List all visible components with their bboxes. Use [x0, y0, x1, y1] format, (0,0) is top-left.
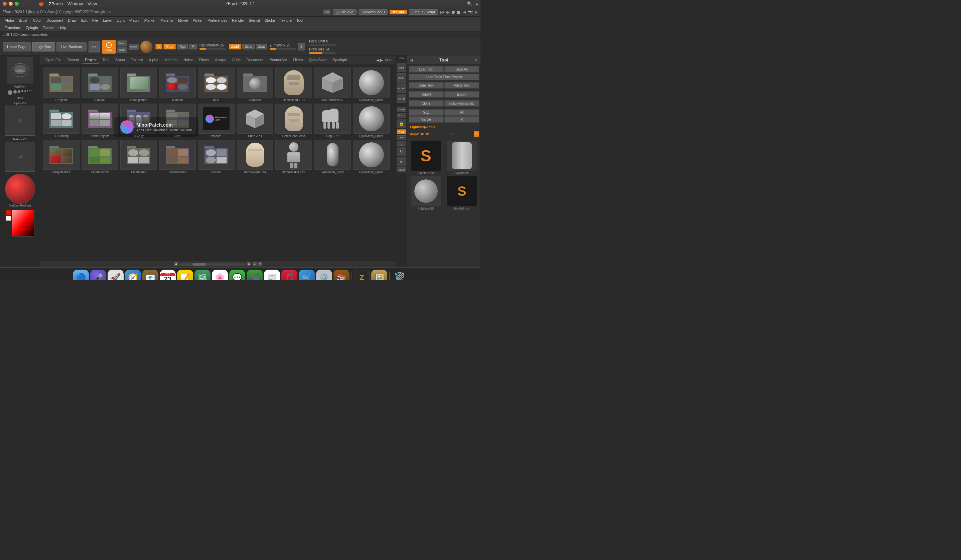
brush-preview[interactable]	[7, 57, 34, 83]
simplebr-r-button[interactable]: R	[474, 131, 479, 136]
scroll-view-button[interactable]: Scroll	[397, 63, 406, 72]
tab-fibers[interactable]: Fibers	[196, 57, 212, 64]
thumb-nanomeshes[interactable]	[159, 140, 196, 170]
view-menu[interactable]: View	[88, 2, 97, 6]
list-item[interactable]: 3D Printing	[43, 104, 80, 138]
frame-button[interactable]: Frame	[397, 167, 406, 172]
tab-spotlight[interactable]: Spotlight	[330, 57, 350, 64]
tab-brush[interactable]: Brush	[112, 57, 128, 64]
background-color[interactable]	[6, 215, 11, 221]
list-item[interactable]: FiberMeshes	[82, 140, 118, 174]
menu-color[interactable]: Color	[31, 18, 44, 23]
thumb-dynamesh-capsule[interactable]	[314, 140, 351, 170]
list-item[interactable]: DynaMesh_Spher	[353, 104, 390, 138]
thumb-zeezoo[interactable]	[198, 140, 235, 170]
xyz-button[interactable]: XYZ	[397, 129, 406, 134]
lsym-button[interactable]: L.Sym	[397, 135, 406, 140]
menu-help[interactable]: Help	[56, 25, 68, 30]
list-item[interactable]: Jewelry	[120, 104, 157, 138]
material-preview[interactable]	[140, 40, 153, 53]
tab-material[interactable]: Material	[162, 57, 180, 64]
texture-preview[interactable]: Off	[5, 142, 35, 172]
thumb-jewelry[interactable]	[120, 104, 157, 134]
dock-preview[interactable]: 🖼️	[371, 270, 387, 280]
thumb-wacom[interactable]: MinorPatch.com	[198, 104, 235, 134]
zsub-toggle[interactable]: Zsub	[242, 44, 254, 50]
scroll-track[interactable]	[179, 263, 246, 266]
list-item[interactable]: NanoMeshes	[159, 140, 196, 174]
dock-calendar[interactable]: FEB 23	[160, 270, 176, 280]
thumb-npr[interactable]	[198, 67, 235, 98]
tab-document[interactable]: Document	[244, 57, 266, 64]
move-button[interactable]: Move	[117, 40, 127, 47]
scroll-left-icon[interactable]: ◀	[174, 262, 178, 266]
thumb-headplanes[interactable]	[120, 67, 157, 98]
menu-icon[interactable]: ≡	[476, 2, 478, 6]
close-button[interactable]	[3, 2, 7, 6]
edit-button[interactable]: Edit	[88, 41, 100, 53]
menus-button[interactable]: Menus	[390, 10, 407, 14]
tool-item-simplebrush[interactable]: S SimpleBrush	[409, 141, 444, 175]
bottom-scrollbar[interactable]: ◀ ▶ ▲ ▼	[40, 261, 395, 267]
list-item[interactable]: ZProjects	[43, 67, 80, 101]
zcut-toggle[interactable]: Zcut	[256, 44, 267, 50]
maximize-button[interactable]	[15, 2, 19, 6]
tab-renderset[interactable]: RenderSet	[267, 57, 290, 64]
tool-item-polymesh3d[interactable]: PolyMesh3D	[409, 176, 444, 210]
menu-transform[interactable]: Transform	[3, 25, 23, 30]
thumb-cube[interactable]	[236, 104, 273, 134]
menu-stencil[interactable]: Stencil	[247, 18, 262, 23]
menu-picker[interactable]: Picker	[190, 18, 205, 23]
list-item[interactable]: MinorPatch.com Wacom	[198, 104, 235, 138]
dock-facetime[interactable]: 📹	[247, 270, 263, 280]
list-item[interactable]: Material	[159, 67, 196, 101]
thumb-demohead[interactable]	[275, 67, 312, 98]
arrow-left-icon[interactable]: ◀	[463, 10, 466, 14]
menu-marker[interactable]: Marker	[142, 18, 158, 23]
tab-texture[interactable]: Texture	[128, 57, 146, 64]
list-item[interactable]: ZeeZoo	[198, 140, 235, 174]
thumb-misc[interactable]	[159, 104, 196, 134]
a-toggle[interactable]: A	[155, 44, 162, 50]
clone-button[interactable]: Clone	[409, 100, 444, 107]
forward-icon[interactable]: ⏭	[445, 10, 450, 15]
simplebrush2-thumb[interactable]: S	[447, 176, 477, 206]
load-tools-from-project-button[interactable]: Load Tools From Project	[409, 74, 479, 80]
persp-button[interactable]: Persp	[397, 107, 406, 112]
menu-macro[interactable]: Macro	[127, 18, 142, 23]
menu-brush[interactable]: Brush	[17, 18, 31, 23]
mrgb-toggle[interactable]: Mrgb	[163, 44, 176, 50]
stop-icon[interactable]: ⏹	[456, 10, 461, 15]
tool-panel-refresh-icon[interactable]: ↺	[474, 58, 478, 63]
list-item[interactable]: Dog.ZPR	[314, 104, 351, 138]
menu-alpha[interactable]: Alpha	[3, 18, 16, 23]
tab-project[interactable]: Project	[82, 57, 99, 64]
rotate-button[interactable]: Rotate	[129, 44, 139, 50]
tab-noise[interactable]: Noise	[181, 57, 196, 64]
tab-next-icon[interactable]: ▶	[380, 58, 383, 63]
make-polymesh3d-button[interactable]: Make PolyMesh3D	[444, 100, 479, 107]
menu-stroke[interactable]: Stroke	[262, 18, 277, 23]
light-rotate-button[interactable]: ↻	[397, 147, 406, 156]
arrow-right-icon[interactable]: ▶	[475, 10, 478, 14]
scroll-down-icon[interactable]: ▼	[258, 262, 262, 266]
goz-button[interactable]: GoZ	[409, 109, 444, 116]
dock-maps[interactable]: 🗺️	[194, 270, 211, 280]
load-tool-button[interactable]: Load Tool	[409, 66, 444, 72]
tab-arrays[interactable]: Arrays	[212, 57, 228, 64]
defaultzscript-button[interactable]: DefaultZScript	[409, 10, 438, 15]
dock-safari[interactable]: 🧭	[125, 270, 141, 280]
tab-open-file[interactable]: Open File	[43, 57, 64, 64]
list-item[interactable]: DemoSoldier.ZPF	[275, 140, 312, 174]
dock-siri[interactable]: 🎤	[90, 270, 106, 280]
list-item[interactable]: DemoHead.ZPR	[275, 67, 312, 101]
menu-layer[interactable]: Layer	[101, 18, 114, 23]
dock-sysprefs[interactable]: ⚙️	[316, 270, 332, 280]
light-rotate2-button[interactable]: ↺	[397, 157, 406, 166]
thumb-3dprinting[interactable]	[43, 104, 80, 134]
thumb-demoanime[interactable]	[236, 140, 273, 170]
actual-view-button[interactable]: Actual	[397, 83, 406, 93]
list-item[interactable]: Head planes	[120, 67, 157, 101]
rgb-toggle[interactable]: Rgb	[177, 44, 188, 50]
dock-appstore[interactable]: 🛒	[299, 270, 315, 280]
